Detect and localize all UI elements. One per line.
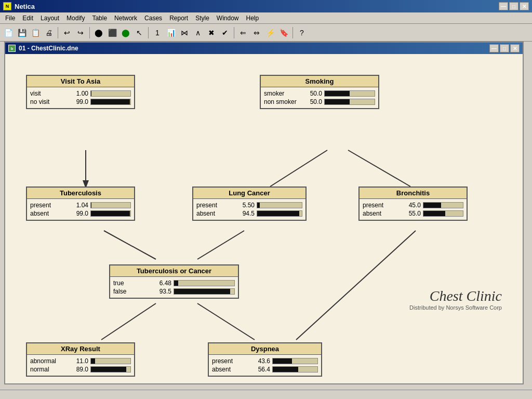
node-row: visit 1.00 bbox=[30, 90, 131, 97]
node-lung-cancer[interactable]: Lung Cancer present 5.50 absent 94.5 bbox=[192, 187, 307, 221]
bar-fill bbox=[273, 358, 292, 364]
node-row: present 5.50 bbox=[196, 202, 302, 209]
toolbar-sep-5 bbox=[292, 27, 293, 38]
bar-container bbox=[324, 90, 375, 97]
row-label: normal bbox=[30, 366, 66, 373]
node-visit-to-asia[interactable]: Visit To Asia visit 1.00 no visit 99.0 bbox=[26, 75, 135, 109]
app-title-bar: N Netica — □ ✕ bbox=[0, 0, 532, 12]
bar-fill bbox=[91, 203, 91, 208]
bar-container bbox=[257, 202, 302, 208]
node-dyspnea[interactable]: Dyspnea present 43.6 absent 56.4 bbox=[208, 342, 322, 377]
x-tool[interactable]: ✖ bbox=[205, 26, 218, 39]
menu-window[interactable]: Window bbox=[214, 14, 242, 23]
bar-container bbox=[90, 99, 131, 105]
oval-tool[interactable]: ⬤ bbox=[92, 26, 105, 39]
menu-cases[interactable]: Cases bbox=[141, 14, 165, 23]
network-canvas[interactable]: Visit To Asia visit 1.00 no visit 99.0 bbox=[5, 54, 523, 383]
bar-fill bbox=[325, 91, 350, 96]
bar-fill bbox=[91, 367, 126, 372]
bar-container bbox=[272, 358, 318, 364]
arrow-tool[interactable]: ↖ bbox=[133, 26, 145, 39]
lightning-tool[interactable]: ⚡ bbox=[264, 26, 276, 39]
doc-close[interactable]: ✕ bbox=[510, 44, 520, 52]
close-button[interactable]: ✕ bbox=[520, 2, 529, 10]
node-row: absent 55.0 bbox=[363, 210, 463, 217]
node-row: present 1.04 bbox=[30, 202, 131, 209]
node-tuberculosis-body: present 1.04 absent 99.0 bbox=[27, 199, 134, 220]
menu-layout[interactable]: Layout bbox=[37, 14, 62, 23]
filled-oval-tool[interactable]: ⬤ bbox=[119, 26, 132, 39]
menu-report[interactable]: Report bbox=[166, 14, 191, 23]
row-value: 1.04 bbox=[69, 202, 88, 209]
menu-table[interactable]: Table bbox=[89, 14, 110, 23]
node-tub-or-cancer-title: Tuberculosis or Cancer bbox=[110, 265, 238, 277]
window-controls: — □ ✕ bbox=[499, 2, 529, 10]
bar-container bbox=[90, 366, 131, 373]
node-row: normal 89.0 bbox=[30, 366, 131, 373]
doc-title-bar: b 01 - ChestClinic.dne — □ ✕ bbox=[5, 43, 523, 54]
bar-container bbox=[423, 202, 463, 208]
bar-container bbox=[423, 210, 463, 217]
bar-container bbox=[272, 366, 318, 373]
node-xray[interactable]: XRay Result abnormal 11.0 normal 89.0 bbox=[26, 342, 135, 377]
toolbar-sep-1 bbox=[58, 27, 58, 38]
menu-modify[interactable]: Modify bbox=[63, 14, 88, 23]
graph-tool[interactable]: 📊 bbox=[165, 26, 177, 39]
left-arrow[interactable]: ⇐ bbox=[237, 26, 249, 39]
rect-tool[interactable]: ⬛ bbox=[106, 26, 118, 39]
doc-maximize[interactable]: □ bbox=[500, 44, 509, 52]
undo-button[interactable]: ↩ bbox=[61, 26, 73, 39]
node-tool[interactable]: ⋈ bbox=[178, 26, 191, 39]
row-label: true bbox=[113, 280, 150, 287]
menu-style[interactable]: Style bbox=[192, 14, 212, 23]
menu-edit[interactable]: Edit bbox=[19, 14, 36, 23]
row-label: false bbox=[113, 288, 150, 295]
row-label: absent bbox=[196, 210, 233, 217]
menu-help[interactable]: Help bbox=[243, 14, 262, 23]
row-value: 1.00 bbox=[69, 90, 88, 97]
doc-icon: b bbox=[8, 45, 16, 52]
status-bar bbox=[0, 390, 532, 399]
node-row: true 6.48 bbox=[113, 280, 235, 287]
node-bronchitis[interactable]: Bronchitis present 45.0 absent 55.0 bbox=[358, 187, 468, 221]
bar-fill bbox=[91, 91, 91, 96]
row-label: smoker bbox=[264, 90, 300, 97]
svg-line-3 bbox=[104, 231, 156, 259]
menu-file[interactable]: File bbox=[2, 14, 18, 23]
check-tool[interactable]: ✔ bbox=[219, 26, 231, 39]
node-tub-or-cancer[interactable]: Tuberculosis or Cancer true 6.48 false 9… bbox=[109, 264, 239, 299]
row-value: 93.5 bbox=[152, 288, 171, 295]
maximize-button[interactable]: □ bbox=[509, 2, 518, 10]
row-value: 50.0 bbox=[302, 98, 322, 105]
bookmark-tool[interactable]: 🔖 bbox=[277, 26, 290, 39]
bar-fill bbox=[423, 211, 445, 216]
node-lung-cancer-body: present 5.50 absent 94.5 bbox=[193, 199, 305, 220]
row-label: present bbox=[196, 202, 233, 209]
row-value: 56.4 bbox=[250, 366, 270, 373]
new-button[interactable]: 📄 bbox=[2, 26, 15, 39]
redo-button[interactable]: ↪ bbox=[74, 26, 87, 39]
print-button[interactable]: 🖨 bbox=[43, 26, 55, 39]
menu-network[interactable]: Network bbox=[111, 14, 140, 23]
doc-minimize[interactable]: — bbox=[489, 44, 499, 52]
save-button[interactable]: 💾 bbox=[16, 26, 28, 39]
bar-fill bbox=[325, 99, 350, 104]
compile-tool[interactable]: ∧ bbox=[192, 26, 204, 39]
row-value: 55.0 bbox=[401, 210, 421, 217]
node-visit-to-asia-title: Visit To Asia bbox=[27, 76, 134, 87]
node-tuberculosis[interactable]: Tuberculosis present 1.04 absent 99.0 bbox=[26, 187, 135, 221]
copy-button[interactable]: 📋 bbox=[29, 26, 42, 39]
svg-line-6 bbox=[197, 303, 255, 340]
svg-line-1 bbox=[270, 150, 327, 187]
num-tool[interactable]: 1 bbox=[151, 26, 164, 39]
help-tool[interactable]: ? bbox=[296, 26, 308, 39]
row-value: 11.0 bbox=[69, 357, 88, 365]
node-xray-title: XRay Result bbox=[27, 343, 134, 355]
minimize-button[interactable]: — bbox=[499, 2, 508, 10]
node-row: present 45.0 bbox=[363, 202, 463, 209]
node-smoking[interactable]: Smoking smoker 50.0 non smoker 50.0 bbox=[260, 75, 379, 109]
row-label: absent bbox=[212, 366, 248, 373]
double-arrow[interactable]: ⇔ bbox=[250, 26, 263, 39]
toolbar-sep-2 bbox=[89, 27, 90, 38]
node-smoking-title: Smoking bbox=[261, 76, 378, 87]
